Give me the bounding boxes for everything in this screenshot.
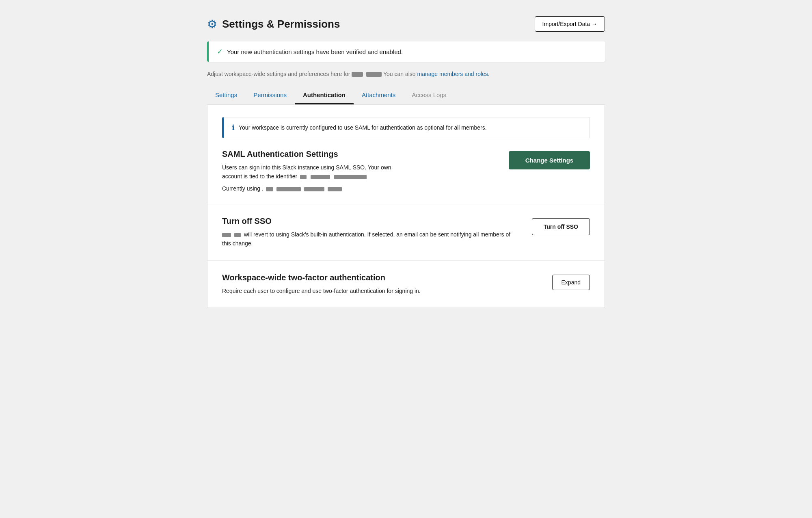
- tab-authentication[interactable]: Authentication: [295, 87, 354, 104]
- gear-icon: ⚙: [207, 17, 217, 31]
- sso-section-content: Turn off SSO will revert to using Slack'…: [222, 217, 516, 248]
- page-title-group: ⚙ Settings & Permissions: [207, 17, 340, 31]
- tfa-section: Workspace-wide two-factor authentication…: [207, 261, 605, 308]
- import-export-button[interactable]: Import/Export Data →: [535, 16, 605, 32]
- tfa-section-title: Workspace-wide two-factor authentication: [222, 273, 536, 282]
- workspace-name-redacted: [352, 71, 383, 77]
- tfa-section-row: Workspace-wide two-factor authentication…: [222, 273, 590, 295]
- saml-section-desc: Users can sign into this Slack instance …: [222, 163, 492, 181]
- tab-permissions[interactable]: Permissions: [245, 87, 295, 104]
- tfa-section-action: Expand: [552, 273, 590, 290]
- saml-section-content: SAML Authentication Settings Users can s…: [222, 150, 492, 192]
- info-banner-section: ℹ Your workspace is currently configured…: [207, 105, 605, 204]
- tabs-navigation: Settings Permissions Authentication Atta…: [207, 87, 605, 105]
- saml-section-row: SAML Authentication Settings Users can s…: [222, 150, 590, 192]
- page-description: Adjust workspace-wide settings and prefe…: [207, 70, 605, 78]
- saml-section-title: SAML Authentication Settings: [222, 150, 492, 159]
- sso-section-desc: will revert to using Slack's built-in au…: [222, 230, 516, 248]
- sso-section-row: Turn off SSO will revert to using Slack'…: [222, 217, 590, 248]
- page-header: ⚙ Settings & Permissions Import/Export D…: [207, 16, 605, 32]
- success-banner: ✓ Your new authentication settings have …: [207, 41, 605, 62]
- tab-access-logs: Access Logs: [404, 87, 454, 104]
- expand-button[interactable]: Expand: [552, 275, 590, 290]
- info-banner: ℹ Your workspace is currently configured…: [222, 117, 590, 138]
- page-title: Settings & Permissions: [222, 18, 340, 30]
- sso-section-title: Turn off SSO: [222, 217, 516, 226]
- info-icon: ℹ: [232, 123, 235, 132]
- manage-members-link[interactable]: manage members and roles.: [417, 71, 490, 77]
- tab-settings[interactable]: Settings: [207, 87, 245, 104]
- tfa-section-content: Workspace-wide two-factor authentication…: [222, 273, 536, 295]
- saml-section-action: Change Settings: [509, 150, 590, 169]
- turn-off-sso-section: Turn off SSO will revert to using Slack'…: [207, 204, 605, 261]
- description-suffix: You can also: [383, 71, 417, 77]
- change-settings-button[interactable]: Change Settings: [509, 151, 590, 169]
- turn-off-sso-button[interactable]: Turn off SSO: [532, 218, 590, 235]
- info-banner-text: Your workspace is currently configured t…: [239, 124, 487, 131]
- description-prefix: Adjust workspace-wide settings and prefe…: [207, 71, 350, 77]
- tfa-section-desc: Require each user to configure and use t…: [222, 286, 536, 295]
- content-area: ℹ Your workspace is currently configured…: [207, 105, 605, 308]
- check-circle-icon: ✓: [217, 47, 223, 56]
- success-message: Your new authentication settings have be…: [227, 48, 403, 55]
- tab-attachments[interactable]: Attachments: [354, 87, 404, 104]
- saml-currently-using: Currently using .: [222, 185, 492, 192]
- sso-section-action: Turn off SSO: [532, 217, 590, 235]
